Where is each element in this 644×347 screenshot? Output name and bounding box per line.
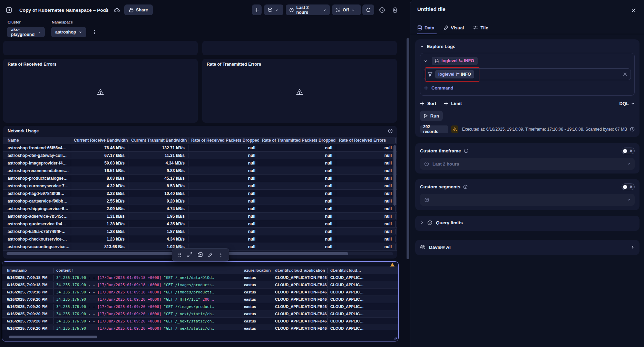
- table-row[interactable]: astroshop-recommendations…16.51 kB/s9.83…: [3, 167, 397, 175]
- log-row[interactable]: 6/16/2025, 7:09:18 PM34.235.176.90 - - […: [2, 274, 399, 281]
- share-button[interactable]: Share: [124, 4, 153, 15]
- column-header[interactable]: Rate of Received Packets Dropped: [188, 138, 259, 143]
- custom-timeframe-toggle[interactable]: ✕: [622, 148, 635, 154]
- table-cell: null: [259, 160, 336, 166]
- namespace-dropdown[interactable]: astroshop: [51, 27, 86, 37]
- column-header[interactable]: azure.location: [241, 268, 272, 273]
- chevron-down-icon[interactable]: [424, 59, 428, 63]
- history-button[interactable]: [377, 4, 387, 15]
- column-header-sorted[interactable]: content ↑: [53, 268, 241, 273]
- chevron-down-icon[interactable]: [420, 45, 424, 48]
- filters-menu-icon[interactable]: [90, 28, 99, 36]
- network-table-body: astroshop-frontend-66f56c4…76.46 kB/s132…: [3, 144, 397, 251]
- info-icon[interactable]: [464, 149, 468, 153]
- custom-segments-select[interactable]: [420, 194, 635, 206]
- tile-menu-icon[interactable]: [218, 252, 223, 257]
- table-row[interactable]: astroshop-otel-gateway-coll…67.17 kB/s11…: [3, 152, 397, 159]
- lock-icon: [129, 8, 134, 12]
- resize-handle-icon[interactable]: [393, 336, 397, 340]
- column-header[interactable]: Rate of Transmitted Packets Dropped: [259, 138, 336, 143]
- logs-source-chip[interactable]: LOG loglevel != INFO: [432, 57, 478, 65]
- tab-data[interactable]: Data: [417, 21, 434, 34]
- logs-horizontal-scrollbar[interactable]: [9, 336, 97, 338]
- tile-logs-selected[interactable]: timestamp content ↑ azure.location dt.en…: [2, 261, 399, 341]
- table-cell: null: [188, 206, 259, 212]
- table-cell: 8.03 kB/s: [71, 176, 128, 181]
- log-row[interactable]: 6/16/2025, 7:09:18 PM34.235.176.90 - - […: [2, 281, 399, 289]
- add-sort-button[interactable]: Sort: [420, 101, 436, 106]
- add-tile-button[interactable]: [252, 4, 262, 15]
- main-vertical-scrollbar[interactable]: [406, 0, 409, 347]
- timeframe-selector[interactable]: Last 2 hours: [286, 4, 330, 15]
- title-menu-icon[interactable]: [102, 6, 110, 14]
- table-cell: astroshop-otel-gateway-coll…: [3, 153, 71, 158]
- column-header[interactable]: Current Receive Bandwidth: [71, 138, 128, 143]
- table-row[interactable]: astroshop-kafka-c7bf749f9-…1.28 kB/s1.87…: [3, 228, 397, 235]
- edit-pencil-icon[interactable]: [208, 252, 213, 257]
- table-row[interactable]: astroshop-cartservice-f96bb…2.55 kB/s9.2…: [3, 197, 397, 205]
- segments-dropdown[interactable]: [264, 4, 283, 15]
- column-header[interactable]: Ra: [395, 138, 397, 143]
- info-icon[interactable]: [630, 127, 635, 132]
- remove-filter-icon[interactable]: [623, 72, 627, 76]
- explore-logs-card: Explore Logs LOG loglevel != INFO loglev…: [415, 39, 640, 137]
- column-header[interactable]: Name: [3, 138, 71, 143]
- network-table-vertical-scrollbar[interactable]: [393, 145, 396, 206]
- log-row[interactable]: 6/16/2025, 7:09:20 PM34.235.176.90 - - […: [2, 303, 399, 310]
- table-row[interactable]: astroshop-checkoutservice-…1.23 kB/s4.34…: [3, 235, 397, 243]
- table-row[interactable]: astroshop-frontend-66f56c4…76.46 kB/s132…: [3, 144, 397, 152]
- davis-ai-card[interactable]: Davis® AI: [415, 240, 640, 255]
- table-row[interactable]: astroshop-currencyservice-7…4.32 kB/s8.5…: [3, 182, 397, 190]
- column-header[interactable]: timestamp: [2, 268, 53, 273]
- filter-chip[interactable]: loglevel != INFO: [435, 70, 474, 78]
- tile-timeframe-icon[interactable]: [388, 129, 393, 133]
- tile-rate-received-errors[interactable]: Rate of Received Errors: [3, 59, 198, 123]
- table-row[interactable]: astroshop-flagd-597848fd9…3.23 kB/s10.40…: [3, 190, 397, 197]
- cluster-dropdown[interactable]: aks-playground: [7, 27, 45, 37]
- add-limit-button[interactable]: Limit: [444, 101, 462, 106]
- filter-command-row[interactable]: loglevel != INFO: [424, 68, 631, 80]
- source-chip-label: loglevel != INFO: [441, 58, 474, 63]
- refresh-button[interactable]: [362, 4, 374, 15]
- expand-icon[interactable]: [187, 252, 192, 257]
- tab-tile[interactable]: Tile: [473, 21, 488, 34]
- plus-icon: [444, 101, 448, 106]
- custom-timeframe-select[interactable]: Last 2 hours: [420, 158, 635, 170]
- settings-gear-icon[interactable]: [390, 4, 400, 15]
- info-icon[interactable]: [463, 185, 468, 189]
- table-cell: 11.31 kB/s: [128, 153, 188, 158]
- tile-rate-transmitted-errors[interactable]: Rate of Transmitted Errors: [202, 59, 397, 123]
- tile-network-usage[interactable]: Network Usage Name Current Receive Bandw…: [3, 126, 397, 259]
- column-header[interactable]: dt.entity.cloud…: [327, 268, 399, 273]
- log-row[interactable]: 6/16/2025, 7:09:20 PM34.235.176.90 - - […: [2, 325, 399, 330]
- log-row[interactable]: 6/16/2025, 7:09:20 PM34.235.176.90 - - […: [2, 318, 399, 325]
- table-cell: astroshop-flagd-597848fd9…: [3, 191, 71, 196]
- column-header[interactable]: Current Transmit Bandwidth: [128, 138, 188, 143]
- table-row[interactable]: astroshop-adservice-7b545c…1.31 kB/s1.95…: [3, 213, 397, 220]
- table-row[interactable]: astroshop-quoteservice-fb4…1.28 kB/s4.35…: [3, 220, 397, 228]
- column-header[interactable]: Rate of Received Errors: [336, 138, 395, 143]
- drag-handle-icon[interactable]: [178, 252, 182, 257]
- table-row[interactable]: astroshop-shippingservice-6…2.09 kB/s4.7…: [3, 205, 397, 213]
- query-limits-card[interactable]: Query limits: [415, 216, 640, 231]
- close-icon[interactable]: [630, 6, 638, 15]
- add-command-button[interactable]: Command: [424, 84, 631, 92]
- log-row[interactable]: 6/16/2025, 7:09:20 PM34.235.176.90 - - […: [2, 296, 399, 303]
- davis-ai-icon: [420, 244, 426, 250]
- app-launcher-icon[interactable]: [4, 5, 14, 15]
- custom-segments-toggle[interactable]: ✕: [622, 184, 635, 190]
- auto-refresh-dropdown[interactable]: Off: [332, 4, 361, 15]
- dql-mode-dropdown[interactable]: DQL: [619, 101, 635, 106]
- column-header[interactable]: dt.entity.cloud_application: [272, 268, 327, 273]
- run-button[interactable]: Run: [420, 111, 443, 121]
- records-count-badge[interactable]: 292 records: [420, 125, 448, 133]
- duplicate-icon[interactable]: [198, 252, 203, 257]
- table-row[interactable]: astroshop-productcatalogse…8.03 kB/s45.1…: [3, 175, 397, 182]
- warning-badge[interactable]: [451, 125, 458, 133]
- log-cloud-application-2: CLOUD_APPLIC…: [327, 282, 399, 288]
- tab-visual[interactable]: Visual: [443, 21, 464, 34]
- cloud-sync-icon[interactable]: [113, 6, 121, 15]
- log-row[interactable]: 6/16/2025, 7:09:18 PM34.235.176.90 - - […: [2, 289, 399, 296]
- log-row[interactable]: 6/16/2025, 7:09:20 PM34.235.176.90 - - […: [2, 310, 399, 318]
- table-row[interactable]: astroshop-imageprovider-f4…59.03 kB/s4.3…: [3, 159, 397, 167]
